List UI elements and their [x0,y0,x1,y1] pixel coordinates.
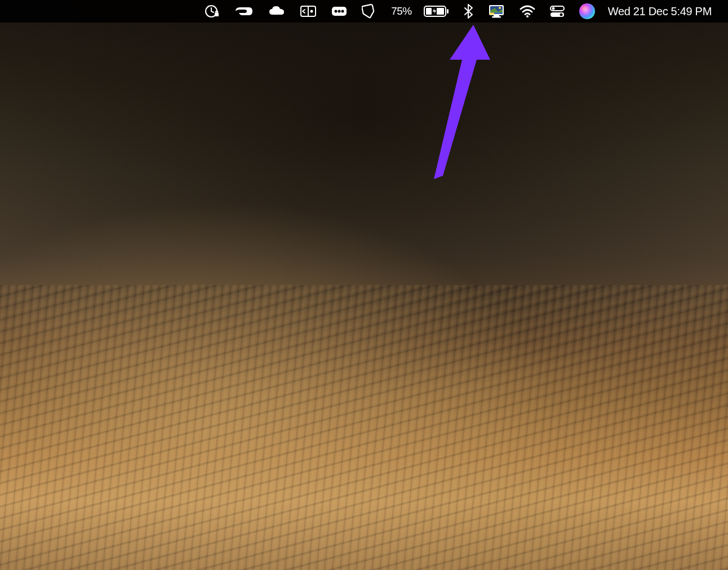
expressvpn-icon[interactable] [229,0,259,23]
dots-icon[interactable] [326,0,352,23]
svg-point-24 [560,14,562,16]
menubar: 75% [0,0,728,23]
screen-mirror-icon[interactable] [295,0,322,23]
datetime[interactable]: Wed 21 Dec 5:49 PM [605,0,717,23]
desktop-wallpaper [0,0,728,570]
battery-percent-text[interactable]: 75% [386,0,418,23]
bluetooth-icon[interactable] [458,0,478,23]
svg-rect-17 [490,13,494,15]
svg-rect-11 [426,8,432,15]
svg-rect-10 [447,9,449,14]
clock-lock-icon[interactable] [200,0,225,23]
battery-percent-label: 75% [391,5,413,17]
control-center-icon[interactable] [545,0,570,23]
siri-icon[interactable] [574,0,600,23]
svg-point-8 [341,10,344,13]
svg-point-6 [335,10,338,13]
svg-point-15 [499,7,501,9]
cloud-icon[interactable] [263,0,290,23]
datetime-label: Wed 21 Dec 5:49 PM [608,5,712,18]
svg-point-4 [310,10,313,13]
svg-point-7 [338,10,341,13]
display-color-icon[interactable] [483,0,510,23]
svg-rect-1 [215,13,219,16]
tag-icon[interactable] [357,0,381,23]
battery-charging-icon[interactable] [423,0,454,23]
svg-rect-19 [492,16,501,18]
svg-rect-12 [437,8,444,15]
svg-point-22 [552,7,554,10]
wifi-icon[interactable] [514,0,540,23]
svg-rect-18 [494,15,499,16]
svg-point-20 [526,15,529,17]
